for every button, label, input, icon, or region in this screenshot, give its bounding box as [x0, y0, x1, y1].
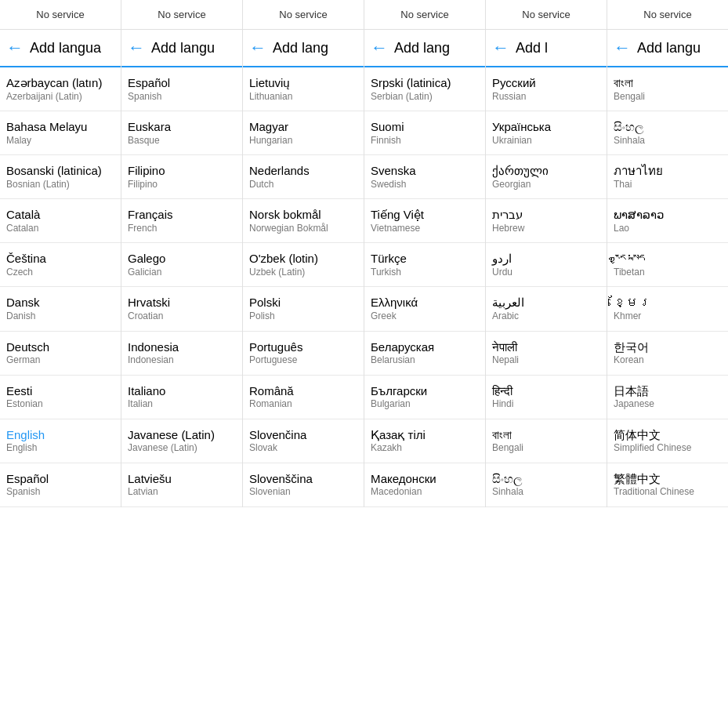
list-item[interactable]: Srpski (latinica)Serbian (Latin) — [364, 67, 485, 111]
back-arrow-icon[interactable]: ← — [614, 38, 631, 58]
list-item[interactable]: اردوUrdu — [486, 243, 607, 287]
lang-sub: Turkish — [371, 267, 479, 279]
lang-sub: Norwegian Bokmål — [249, 223, 357, 235]
lang-sub: Bengali — [492, 442, 600, 455]
list-item[interactable]: 日本語Japanese — [607, 376, 728, 419]
list-item[interactable]: SvenskaSwedish — [364, 155, 485, 199]
list-item[interactable]: ខ្មែរKhmer — [607, 287, 728, 331]
lang-name: Қазақ тілі — [371, 427, 479, 443]
list-item[interactable]: LietuviųLithuanian — [243, 67, 364, 111]
back-arrow-icon[interactable]: ← — [6, 38, 24, 58]
list-item[interactable]: සිංහලSinhala — [486, 463, 607, 507]
list-item[interactable]: ພາສາລາວLao — [607, 199, 728, 243]
list-item[interactable]: TürkçeTurkish — [364, 243, 485, 287]
lang-name: Türkçe — [371, 251, 479, 267]
list-item[interactable]: УкраїнськаUkrainian — [486, 111, 607, 155]
lang-name: Galego — [128, 251, 236, 267]
list-item[interactable]: БългарскиBulgarian — [364, 376, 485, 419]
lang-sub: Latvian — [128, 486, 236, 499]
status-item-3: No service — [364, 0, 486, 29]
lang-name: Hrvatski — [128, 295, 236, 310]
list-item[interactable]: ภาษาไทยThai — [607, 155, 728, 199]
list-item[interactable]: DeutschGerman — [0, 332, 121, 376]
list-item[interactable]: සිංහලSinhala — [607, 111, 728, 155]
list-item[interactable]: ČeštinaCzech — [0, 243, 121, 287]
list-item[interactable]: རྒྱང་སྐདTibetan — [607, 243, 728, 287]
list-item[interactable]: 한국어Korean — [607, 332, 728, 376]
status-item-1: No service — [121, 0, 243, 29]
list-item[interactable]: IndonesiaIndonesian — [121, 332, 242, 376]
lang-sub: Polish — [249, 310, 357, 323]
lang-sub: Uzbek (Latin) — [249, 267, 357, 279]
list-item[interactable]: PolskiPolish — [243, 287, 364, 331]
lang-name: Română — [249, 383, 357, 399]
lang-name: Filipino — [128, 163, 236, 179]
list-item[interactable]: DanskDanish — [0, 287, 121, 331]
list-item[interactable]: SuomiFinnish — [364, 111, 485, 155]
list-item[interactable]: SlovenščinaSlovenian — [243, 463, 364, 507]
list-item[interactable]: EuskaraBasque — [121, 111, 242, 155]
list-item[interactable]: GalegoGalician — [121, 243, 242, 287]
lang-sub: Sinhala — [492, 486, 600, 499]
lang-sub: Spanish — [6, 486, 114, 499]
list-item[interactable]: PortuguêsPortuguese — [243, 332, 364, 376]
back-arrow-icon[interactable]: ← — [249, 38, 266, 58]
list-item[interactable]: বাংলাBengali — [486, 419, 607, 463]
lang-name: Беларуская — [371, 339, 479, 355]
list-item[interactable]: Bahasa MelayuMalay — [0, 111, 121, 155]
list-item[interactable]: O'zbek (lotin)Uzbek (Latin) — [243, 243, 364, 287]
lang-name: 简体中文 — [614, 427, 722, 443]
lang-sub: Japanese — [614, 398, 722, 411]
list-item[interactable]: ItalianoItalian — [121, 376, 242, 419]
list-item[interactable]: RomânăRomanian — [243, 376, 364, 419]
lang-sub: Filipino — [128, 179, 236, 191]
list-item[interactable]: Bosanski (latinica)Bosnian (Latin) — [0, 155, 121, 199]
lang-name: Українська — [492, 119, 600, 135]
back-arrow-icon[interactable]: ← — [492, 38, 509, 58]
list-item[interactable]: 简体中文Simplified Chinese — [607, 419, 728, 463]
lang-name: Ελληνικά — [371, 295, 479, 310]
list-item[interactable]: বাংলাBengali — [607, 67, 728, 111]
list-item[interactable]: Norsk bokmålNorwegian Bokmål — [243, 199, 364, 243]
list-item[interactable]: FilipinoFilipino — [121, 155, 242, 199]
list-item[interactable]: РусскийRussian — [486, 67, 607, 111]
lang-name: Latviešu — [128, 471, 236, 487]
list-item[interactable]: Қазақ тіліKazakh — [364, 419, 485, 463]
list-item[interactable]: العربيةArabic — [486, 287, 607, 331]
lang-sub: Ukrainian — [492, 135, 600, 147]
list-item[interactable]: SlovenčinaSlovak — [243, 419, 364, 463]
column-header-4: ←Add l — [486, 30, 607, 67]
list-item[interactable]: Azərbaycan (latın)Azerbaijani (Latin) — [0, 67, 121, 111]
back-arrow-icon[interactable]: ← — [128, 38, 145, 58]
status-item-5: No service — [607, 0, 728, 29]
list-item[interactable]: БеларускаяBelarusian — [364, 332, 485, 376]
list-item[interactable]: EnglishEnglish — [0, 419, 121, 463]
lang-name: Bosanski (latinica) — [6, 163, 114, 179]
lang-name: සිංහල — [614, 119, 722, 135]
list-item[interactable]: NederlandsDutch — [243, 155, 364, 199]
lang-name: 日本語 — [614, 383, 722, 399]
list-item[interactable]: 繁體中文Traditional Chinese — [607, 463, 728, 507]
list-item[interactable]: EspañolSpanish — [0, 463, 121, 507]
back-arrow-icon[interactable]: ← — [371, 38, 388, 58]
list-item[interactable]: हिन्दीHindi — [486, 376, 607, 419]
list-item[interactable]: नेपालीNepali — [486, 332, 607, 376]
list-item[interactable]: MagyarHungarian — [243, 111, 364, 155]
lang-sub: Macedonian — [371, 486, 479, 499]
list-item[interactable]: Javanese (Latin)Javanese (Latin) — [121, 419, 242, 463]
list-item[interactable]: МакедонскиMacedonian — [364, 463, 485, 507]
list-item[interactable]: FrançaisFrench — [121, 199, 242, 243]
list-item[interactable]: HrvatskiCroatian — [121, 287, 242, 331]
lang-name: Tiếng Việt — [371, 207, 479, 223]
lang-sub: Vietnamese — [371, 223, 479, 235]
lang-sub: Slovak — [249, 442, 357, 455]
list-item[interactable]: ΕλληνικάGreek — [364, 287, 485, 331]
list-item[interactable]: עבריתHebrew — [486, 199, 607, 243]
lang-sub: Kazakh — [371, 442, 479, 455]
list-item[interactable]: Tiếng ViệtVietnamese — [364, 199, 485, 243]
list-item[interactable]: EestiEstonian — [0, 376, 121, 419]
list-item[interactable]: LatviešuLatvian — [121, 463, 242, 507]
list-item[interactable]: CatalàCatalan — [0, 199, 121, 243]
list-item[interactable]: ქართულიGeorgian — [486, 155, 607, 199]
list-item[interactable]: EspañolSpanish — [121, 67, 242, 111]
